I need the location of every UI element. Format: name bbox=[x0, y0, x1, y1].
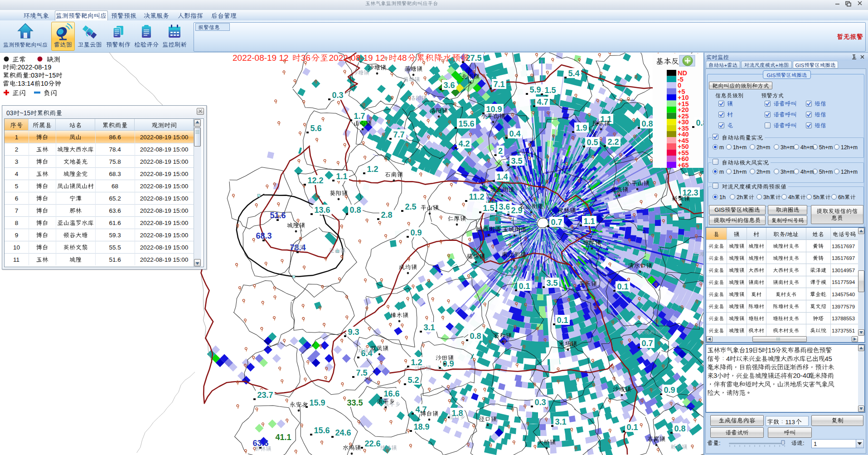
svg-text:0.8: 0.8 bbox=[642, 119, 653, 128]
svg-text:63.6: 63.6 bbox=[253, 439, 269, 448]
svg-text:5.6: 5.6 bbox=[310, 124, 322, 133]
svg-text::2022-08-19: :2022-08-19 bbox=[16, 64, 51, 71]
svg-text:0.1: 0.1 bbox=[557, 316, 568, 325]
svg-text:7.1: 7.1 bbox=[494, 80, 505, 89]
svg-text:11.2: 11.2 bbox=[469, 192, 485, 201]
svg-text:4.2: 4.2 bbox=[459, 139, 470, 148]
svg-text:10: 10 bbox=[41, 80, 48, 87]
svg-text:+65: +65 bbox=[678, 161, 689, 169]
svg-text:24.6: 24.6 bbox=[335, 428, 351, 437]
svg-text:1.7: 1.7 bbox=[354, 112, 365, 121]
svg-text:~15: ~15 bbox=[45, 72, 56, 79]
svg-text:3.1: 3.1 bbox=[424, 323, 435, 332]
svg-text:41.1: 41.1 bbox=[276, 433, 291, 442]
svg-text:0.5: 0.5 bbox=[587, 138, 598, 147]
svg-text:15.6: 15.6 bbox=[459, 119, 475, 128]
svg-text:2.9: 2.9 bbox=[511, 206, 523, 215]
svg-text:0.8: 0.8 bbox=[470, 332, 481, 341]
svg-text:16.6: 16.6 bbox=[384, 389, 400, 398]
svg-text:0.1: 0.1 bbox=[519, 282, 530, 291]
svg-text:0.7: 0.7 bbox=[551, 218, 563, 227]
svg-text:15.9: 15.9 bbox=[310, 398, 325, 407]
svg-text:1.1: 1.1 bbox=[584, 217, 595, 226]
svg-text:12.3: 12.3 bbox=[683, 188, 698, 197]
svg-text:4.7: 4.7 bbox=[537, 98, 548, 107]
svg-text:2.8: 2.8 bbox=[381, 210, 393, 220]
svg-text:0.1: 0.1 bbox=[617, 282, 629, 291]
svg-text:2.2: 2.2 bbox=[608, 137, 619, 147]
svg-text:7.7: 7.7 bbox=[393, 130, 405, 139]
svg-text:33.5: 33.5 bbox=[347, 398, 363, 407]
svg-text:0.3: 0.3 bbox=[332, 91, 344, 100]
svg-text:1.8: 1.8 bbox=[452, 409, 463, 418]
svg-text::03: :03 bbox=[29, 72, 38, 79]
svg-text:3.5: 3.5 bbox=[511, 157, 523, 166]
svg-text:12.2: 12.2 bbox=[308, 176, 324, 185]
svg-text:36: 36 bbox=[301, 53, 310, 63]
svg-text::13:14: :13:14 bbox=[16, 80, 34, 87]
svg-text:5.2: 5.2 bbox=[408, 376, 419, 385]
svg-text:7.5: 7.5 bbox=[356, 368, 368, 377]
svg-text:51.6: 51.6 bbox=[270, 211, 286, 220]
svg-text:1.5: 1.5 bbox=[483, 204, 495, 213]
svg-text:5.4: 5.4 bbox=[568, 69, 580, 78]
svg-text:0.4: 0.4 bbox=[509, 129, 521, 138]
svg-text:68.3: 68.3 bbox=[256, 231, 272, 240]
svg-text:27.5: 27.5 bbox=[466, 54, 482, 63]
svg-text:2022-08-19 12: 2022-08-19 12 bbox=[233, 53, 289, 63]
svg-text:0.8: 0.8 bbox=[674, 424, 686, 433]
svg-text:5.9: 5.9 bbox=[530, 85, 541, 94]
svg-text:3.6: 3.6 bbox=[499, 202, 510, 211]
svg-text:2: 2 bbox=[498, 147, 503, 156]
svg-text:1.2: 1.2 bbox=[411, 358, 422, 367]
svg-text:1.9: 1.9 bbox=[576, 123, 587, 132]
svg-text:0.7: 0.7 bbox=[642, 339, 653, 348]
svg-text:0.1: 0.1 bbox=[627, 423, 638, 432]
svg-text:1.2: 1.2 bbox=[367, 165, 378, 174]
svg-text:23.7: 23.7 bbox=[257, 391, 273, 400]
svg-text:22.6: 22.6 bbox=[365, 439, 381, 448]
svg-text:0.3: 0.3 bbox=[535, 398, 546, 407]
svg-text:3.1: 3.1 bbox=[555, 417, 567, 426]
svg-text:48: 48 bbox=[398, 53, 407, 63]
svg-text:1.4: 1.4 bbox=[497, 172, 508, 181]
svg-text:0.9: 0.9 bbox=[664, 386, 675, 395]
svg-text:0.8: 0.8 bbox=[350, 205, 361, 215]
svg-text:1.1: 1.1 bbox=[336, 172, 348, 181]
svg-text:3.5: 3.5 bbox=[547, 279, 558, 288]
svg-text:3.6: 3.6 bbox=[444, 81, 455, 90]
svg-text:2.5: 2.5 bbox=[405, 202, 417, 211]
svg-text:18.9: 18.9 bbox=[414, 422, 430, 431]
svg-text:10.9: 10.9 bbox=[486, 105, 502, 114]
svg-text:0.9: 0.9 bbox=[411, 228, 422, 237]
svg-text:1.5: 1.5 bbox=[545, 86, 556, 95]
svg-text:15.6: 15.6 bbox=[314, 426, 330, 435]
svg-text:2022-08-19 12: 2022-08-19 12 bbox=[329, 53, 385, 63]
svg-text:1.1: 1.1 bbox=[601, 115, 612, 124]
svg-text:13.6: 13.6 bbox=[315, 205, 330, 215]
svg-text:9.3: 9.3 bbox=[348, 328, 359, 337]
